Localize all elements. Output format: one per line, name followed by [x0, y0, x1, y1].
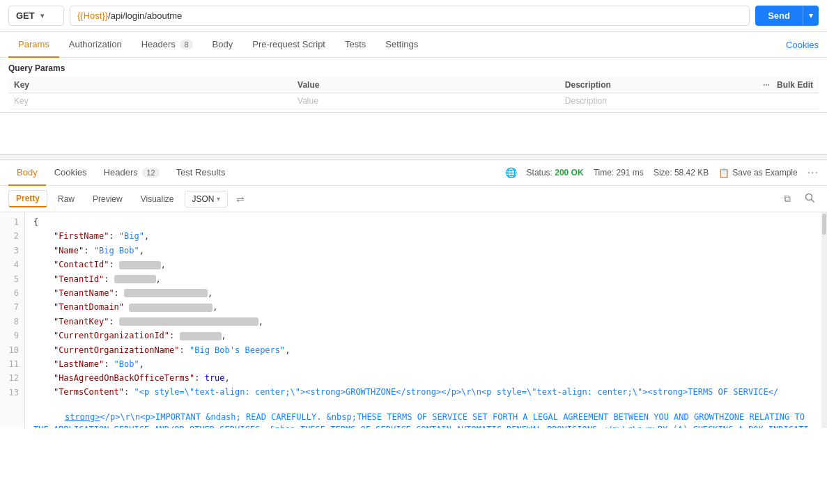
- params-empty-row: Key Value Description: [8, 93, 819, 109]
- save-example-label: Save as Example: [732, 168, 797, 178]
- tab-body[interactable]: Body: [203, 32, 243, 58]
- globe-icon: 🌐: [505, 167, 517, 178]
- section-divider: [0, 155, 827, 160]
- query-params-section: Query Params Key Value Description ··· B…: [0, 58, 827, 113]
- code-line-4: "ContactId": ​,: [33, 258, 813, 271]
- json-format-label: JSON: [192, 194, 215, 204]
- tab-params[interactable]: Params: [8, 32, 59, 58]
- response-body-code: 1 2 3 4 5 6 7 8 9 10 11 12 13 { "FirstNa…: [0, 212, 827, 428]
- response-tab-body[interactable]: Body: [8, 160, 46, 186]
- format-pretty[interactable]: Pretty: [8, 190, 47, 207]
- save-icon: 📋: [718, 168, 729, 178]
- json-chevron: ▾: [217, 195, 220, 203]
- desc-input-placeholder[interactable]: Description: [559, 93, 684, 109]
- code-line-1: {: [33, 215, 813, 229]
- col-value: Value: [292, 77, 559, 93]
- params-table: Key Value Description ··· Bulk Edit Key …: [8, 77, 819, 109]
- code-line-5: "TenantId": ​,: [33, 272, 813, 286]
- response-time: Time: 291 ms: [594, 168, 644, 178]
- format-bar-right: ⧉: [780, 190, 819, 207]
- redacted-org-id: ​: [180, 332, 222, 340]
- request-tabs: Params Authorization Headers 8 Body Pre-…: [0, 32, 827, 58]
- scroll-thumb: [822, 214, 826, 235]
- url-path: /api/login/aboutme: [108, 10, 182, 21]
- code-line-8: "TenantKey": ​,: [33, 315, 813, 329]
- save-as-example-btn[interactable]: 📋 Save as Example: [718, 168, 797, 178]
- bulk-edit-btn[interactable]: Bulk Edit: [777, 80, 813, 90]
- empty-space: [0, 113, 827, 155]
- send-dropdown-arrow: ▾: [803, 6, 819, 25]
- method-chevron: ▾: [40, 12, 44, 19]
- format-preview[interactable]: Preview: [85, 191, 130, 207]
- format-visualize[interactable]: Visualize: [133, 191, 182, 207]
- code-line-10: "CurrentOrganizationName": "Big Bob's Be…: [33, 343, 813, 357]
- method-dropdown[interactable]: GET ▾: [8, 6, 64, 26]
- code-content[interactable]: { "FirstName": "Big", "Name": "Big Bob",…: [25, 212, 821, 428]
- status-badge: Status: 200 OK: [527, 168, 584, 178]
- url-host: {{Host}}: [77, 10, 108, 21]
- code-line-6: "TenantName": ​,: [33, 286, 813, 300]
- line-numbers: 1 2 3 4 5 6 7 8 9 10 11 12 13: [0, 212, 25, 428]
- scrollbar[interactable]: [821, 212, 827, 428]
- format-bar: Pretty Raw Preview Visualize JSON ▾ ⇌ ⧉: [0, 186, 827, 212]
- terms-link[interactable]: strong>: [65, 412, 100, 422]
- params-dots[interactable]: ···: [763, 80, 770, 90]
- tab-tests[interactable]: Tests: [335, 32, 376, 58]
- svg-line-1: [812, 200, 814, 203]
- redacted-tenant-domain: ​: [129, 304, 212, 312]
- redacted-contact-id: ​: [119, 261, 161, 269]
- redacted-tenant-name: ​: [124, 289, 208, 297]
- tab-headers[interactable]: Headers 8: [132, 32, 203, 58]
- redacted-tenant-key: ​: [119, 317, 258, 326]
- response-tab-test-results[interactable]: Test Results: [168, 160, 234, 186]
- url-bar: GET ▾ {{Host}}/api/login/aboutme Send ▾: [0, 0, 827, 32]
- code-line-11: "LastName": "Bob",: [33, 357, 813, 371]
- col-key: Key: [8, 77, 292, 93]
- json-format-select[interactable]: JSON ▾: [185, 191, 228, 207]
- response-headers-badge: 12: [142, 168, 159, 178]
- response-tab-cookies[interactable]: Cookies: [46, 160, 95, 186]
- copy-button[interactable]: ⧉: [780, 190, 795, 207]
- response-more-btn[interactable]: ···: [807, 166, 819, 179]
- col-actions: ··· Bulk Edit: [684, 77, 819, 93]
- filter-button[interactable]: ⇌: [231, 191, 250, 207]
- code-line-7: "TenantDomain" ​,: [33, 300, 813, 314]
- code-line-13: "TermsContent": "<p style=\"text-align: …: [33, 386, 813, 428]
- tab-settings[interactable]: Settings: [376, 32, 428, 58]
- response-size: Size: 58.42 KB: [654, 168, 709, 178]
- send-label: Send: [755, 6, 803, 26]
- code-line-2: "FirstName": "Big",: [33, 229, 813, 243]
- tab-authorization[interactable]: Authorization: [59, 32, 132, 58]
- cookies-link[interactable]: Cookies: [786, 33, 819, 57]
- response-meta: 🌐 Status: 200 OK Time: 291 ms Size: 58.4…: [505, 166, 819, 179]
- code-line-9: "CurrentOrganizationId": ​,: [33, 329, 813, 342]
- send-button[interactable]: Send ▾: [755, 6, 819, 26]
- search-button[interactable]: [801, 190, 819, 207]
- col-description: Description: [559, 77, 684, 93]
- value-input-placeholder[interactable]: Value: [292, 93, 559, 109]
- response-tab-headers[interactable]: Headers 12: [95, 160, 168, 186]
- code-line-3: "Name": "Big Bob",: [33, 244, 813, 258]
- key-input-placeholder[interactable]: Key: [8, 93, 292, 109]
- query-params-title: Query Params: [8, 63, 819, 73]
- method-value: GET: [16, 10, 35, 21]
- code-line-12: "HasAgreedOnBackOfficeTerms": true,: [33, 371, 813, 385]
- redacted-tenant-id: ​: [114, 275, 156, 283]
- tab-prerequest[interactable]: Pre-request Script: [242, 32, 335, 58]
- headers-badge: 8: [180, 40, 192, 49]
- format-raw[interactable]: Raw: [50, 191, 82, 207]
- response-tabs: Body Cookies Headers 12 Test Results 🌐 S…: [0, 160, 827, 186]
- url-input[interactable]: {{Host}}/api/login/aboutme: [70, 6, 750, 26]
